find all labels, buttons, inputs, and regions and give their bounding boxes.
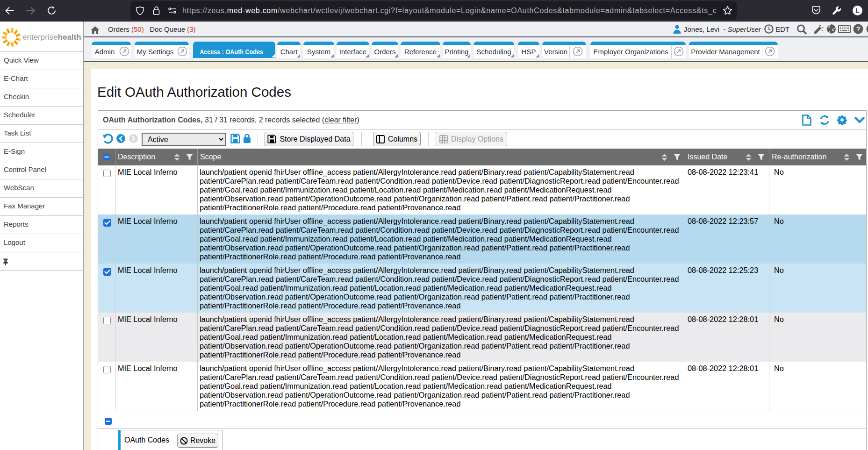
svg-text:L: L	[856, 7, 860, 14]
svg-text:?: ?	[856, 25, 860, 33]
